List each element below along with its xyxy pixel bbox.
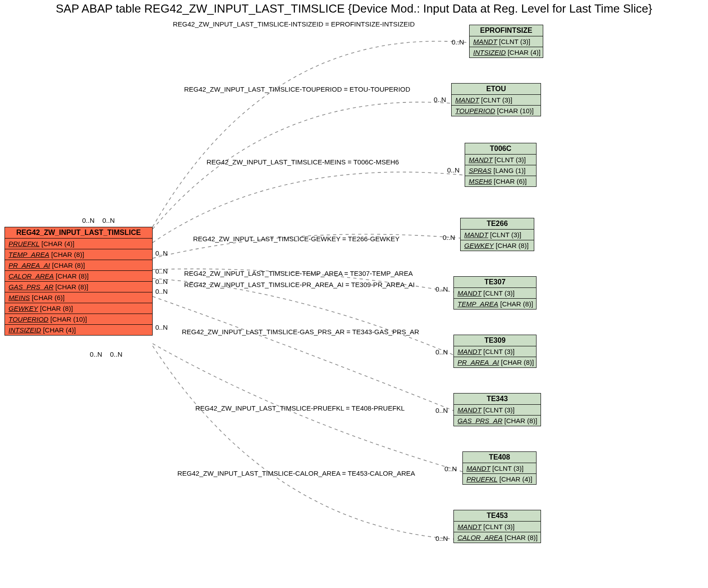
rel-label: REG42_ZW_INPUT_LAST_TIMSLICE-TEMP_AREA =… [184,270,413,277]
entity-main-field: TOUPERIOD [CHAR (10)] [5,314,152,325]
cardinality-label: 0..N [452,38,464,46]
rel-label: REG42_ZW_INPUT_LAST_TIMSLICE-PRUEFKL = T… [195,404,405,412]
entity-main-field: GAS_PRS_AR [CHAR (8)] [5,282,152,292]
entity-field: MANDT [CLNT (3)] [461,230,534,240]
rel-label: REG42_ZW_INPUT_LAST_TIMSLICE-INTSIZEID =… [173,20,415,28]
cardinality-label: 0..N [155,278,168,285]
entity-header: TE408 [463,452,536,463]
entity-main-field: CALOR_AREA [CHAR (8)] [5,271,152,282]
rel-label: REG42_ZW_INPUT_LAST_TIMSLICE-CALOR_AREA … [177,469,415,477]
entity-field: MANDT [CLNT (3)] [465,155,536,165]
entity-etou: ETOU MANDT [CLNT (3)] TOUPERIOD [CHAR (1… [451,83,541,116]
entity-te343: TE343 MANDT [CLNT (3)] GAS_PRS_AR [CHAR … [453,393,541,426]
entity-main-field: TEMP_AREA [CHAR (8)] [5,249,152,260]
rel-label: REG42_ZW_INPUT_LAST_TIMSLICE-PR_AREA_AI … [184,281,415,288]
entity-field: MANDT [CLNT (3)] [463,463,536,474]
entity-te309: TE309 MANDT [CLNT (3)] PR_AREA_AI [CHAR … [453,335,536,368]
entity-field: PR_AREA_AI [CHAR (8)] [454,357,536,367]
entity-header: EPROFINTSIZE [470,25,543,36]
cardinality-label: 0..N [90,350,102,358]
entity-field: MANDT [CLNT (3)] [470,36,543,47]
cardinality-label: 0..N [82,217,95,224]
cardinality-label: 0..N [447,166,460,174]
cardinality-label: 0..N [155,267,168,275]
entity-main: REG42_ZW_INPUT_LAST_TIMSLICE PRUEFKL [CH… [4,227,153,336]
entity-main-field: INTSIZEID [CHAR (4)] [5,325,152,335]
entity-te266: TE266 MANDT [CLNT (3)] GEWKEY [CHAR (8)] [460,218,534,251]
entity-header: TE307 [454,277,536,288]
diagram-title: SAP ABAP table REG42_ZW_INPUT_LAST_TIMSL… [0,2,708,16]
cardinality-label: 0..N [110,350,123,358]
entity-main-field: PRUEFKL [CHAR (4)] [5,239,152,249]
cardinality-label: 0..N [435,285,448,293]
cardinality-label: 0..N [155,287,168,295]
entity-field: TOUPERIOD [CHAR (10)] [452,106,541,116]
entity-field: MANDT [CLNT (3)] [454,288,536,299]
cardinality-label: 0..N [434,96,446,103]
entity-main-header: REG42_ZW_INPUT_LAST_TIMSLICE [5,227,152,239]
entity-field: MSEH6 [CHAR (6)] [465,176,536,186]
entity-header: ETOU [452,84,541,95]
entity-field: CALOR_AREA [CHAR (8)] [454,532,541,543]
cardinality-label: 0..N [435,348,448,356]
rel-label: REG42_ZW_INPUT_LAST_TIMSLICE-TOUPERIOD =… [184,85,410,93]
entity-te307: TE307 MANDT [CLNT (3)] TEMP_AREA [CHAR (… [453,276,536,309]
cardinality-label: 0..N [435,407,448,414]
entity-field: INTSIZEID [CHAR (4)] [470,47,543,57]
entity-te453: TE453 MANDT [CLNT (3)] CALOR_AREA [CHAR … [453,510,541,543]
rel-label: REG42_ZW_INPUT_LAST_TIMSLICE-GEWKEY = TE… [193,235,400,243]
rel-label: REG42_ZW_INPUT_LAST_TIMSLICE-GAS_PRS_AR … [182,328,419,336]
entity-eprofintsize: EPROFINTSIZE MANDT [CLNT (3)] INTSIZEID … [469,25,543,58]
cardinality-label: 0..N [444,465,457,473]
entity-te408: TE408 MANDT [CLNT (3)] PRUEFKL [CHAR (4)… [462,451,536,485]
entity-main-field: MEINS [CHAR (6)] [5,292,152,303]
entity-field: MANDT [CLNT (3)] [454,405,541,416]
entity-header: TE453 [454,510,541,522]
cardinality-label: 0..N [155,323,168,331]
entity-main-field: PR_AREA_AI [CHAR (8)] [5,260,152,271]
entity-field: GAS_PRS_AR [CHAR (8)] [454,416,541,426]
entity-t006c: T006C MANDT [CLNT (3)] SPRAS [LANG (1)] … [465,143,536,187]
entity-header: TE309 [454,335,536,346]
rel-label: REG42_ZW_INPUT_LAST_TIMSLICE-MEINS = T00… [207,158,399,166]
entity-field: MANDT [CLNT (3)] [454,522,541,532]
entity-field: MANDT [CLNT (3)] [452,95,541,106]
entity-header: TE266 [461,218,534,230]
entity-header: T006C [465,143,536,155]
cardinality-label: 0..N [155,249,168,257]
entity-field: SPRAS [LANG (1)] [465,165,536,176]
entity-main-field: GEWKEY [CHAR (8)] [5,303,152,314]
entity-field: GEWKEY [CHAR (8)] [461,240,534,251]
entity-header: TE343 [454,393,541,405]
entity-field: PRUEFKL [CHAR (4)] [463,474,536,484]
cardinality-label: 0..N [443,234,455,241]
entity-field: TEMP_AREA [CHAR (8)] [454,299,536,309]
entity-field: MANDT [CLNT (3)] [454,346,536,357]
cardinality-label: 0..N [102,217,115,224]
cardinality-label: 0..N [435,535,448,542]
